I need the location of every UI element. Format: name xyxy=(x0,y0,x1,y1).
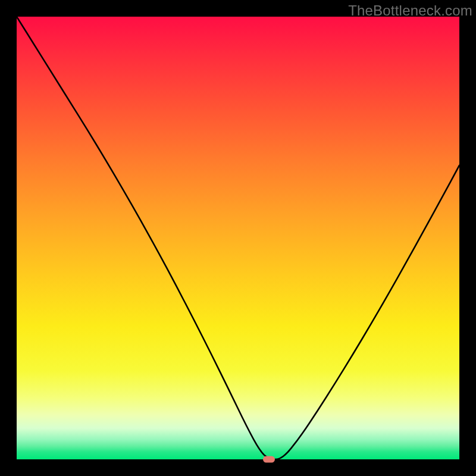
gradient-bg xyxy=(17,17,459,459)
watermark-text: TheBottleneck.com xyxy=(348,2,472,19)
plot-area xyxy=(17,17,459,459)
chart-stage: TheBottleneck.com xyxy=(0,0,476,476)
minimum-marker xyxy=(263,456,275,463)
